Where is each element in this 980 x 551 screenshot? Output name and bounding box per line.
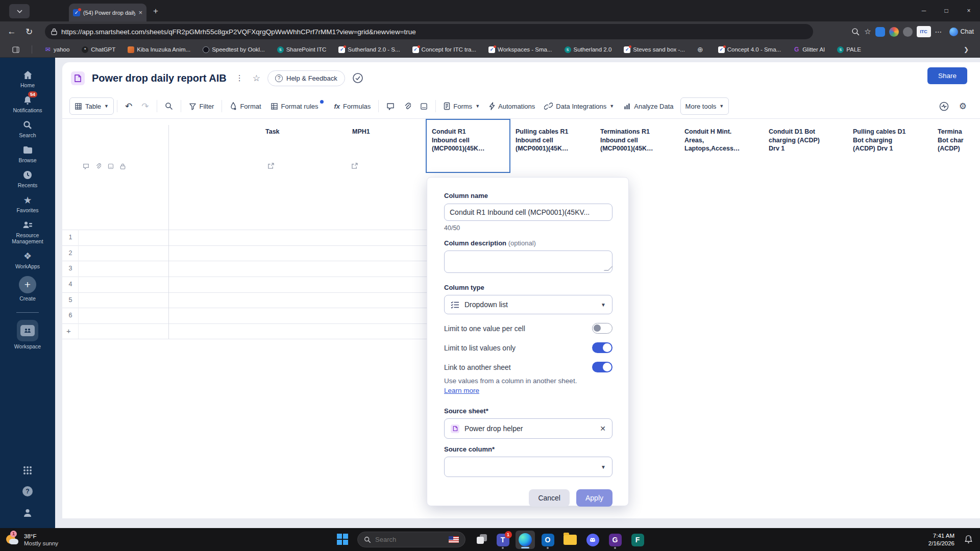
url-input[interactable] <box>61 28 807 36</box>
taskbar-app-discord[interactable] <box>583 531 602 549</box>
refresh-button[interactable]: ↻ <box>20 27 38 37</box>
column-name-input[interactable] <box>444 204 612 221</box>
bookmark-steves-sandbox[interactable]: ✓Steves sand box -... <box>624 46 685 53</box>
view-selector[interactable]: Table▼ <box>69 97 114 115</box>
proofs-button[interactable] <box>415 103 432 110</box>
source-sheet-input[interactable]: Power drop helper ✕ <box>444 418 612 439</box>
taskbar-app-forms[interactable]: F <box>628 531 647 549</box>
column-header-pulling-r1[interactable]: Pulling cables R1Inbound cell(MCP0001)(4… <box>516 128 596 153</box>
row-number[interactable]: 4 <box>62 281 79 288</box>
back-button[interactable]: ← <box>3 27 20 37</box>
zoom-icon[interactable] <box>851 28 860 36</box>
column-header-terminations-r1[interactable]: Terminations R1Inbound cell(MCP0001)(45K… <box>600 128 681 153</box>
column-description-input[interactable] <box>444 251 612 273</box>
close-button[interactable]: × <box>958 0 980 21</box>
column-type-select[interactable]: Dropdown list ▼ <box>444 295 612 314</box>
more-tools-button[interactable]: More tools▼ <box>680 97 729 115</box>
side-panel-icon[interactable] <box>12 46 19 53</box>
bookmark-concept-itc[interactable]: ✓Concept for ITC tra... <box>412 46 476 53</box>
row-number[interactable]: 6 <box>62 312 79 319</box>
weather-widget[interactable]: 1 38°F Mostly sunny <box>0 533 58 547</box>
bookmark-glitter-ai[interactable]: GGlitter AI <box>793 46 825 53</box>
column-header-task[interactable]: Task <box>265 128 346 136</box>
account-icon[interactable] <box>22 508 33 518</box>
taskbar-clock[interactable]: 7:41 AM 2/16/2026 <box>928 532 954 547</box>
notification-bell-icon[interactable]: z <box>964 535 973 546</box>
column-header-mph1[interactable]: MPH1 <box>352 128 433 136</box>
automations-button[interactable]: Automations <box>484 102 540 110</box>
formulas-button[interactable]: fx Formulas <box>330 103 376 110</box>
sidebar-item-create[interactable]: + Create <box>0 276 55 302</box>
bookmarks-overflow-icon[interactable]: ❯ <box>964 46 969 53</box>
taskbar-app-teams[interactable]: T1 <box>493 531 512 549</box>
extension-icon[interactable] <box>903 27 913 37</box>
resize-handle[interactable] <box>604 266 613 271</box>
redo-button[interactable]: ↷ <box>137 101 153 112</box>
maximize-button[interactable]: □ <box>935 0 958 21</box>
link-another-sheet-toggle[interactable] <box>592 362 612 372</box>
row-number[interactable]: 3 <box>62 265 79 272</box>
comment-column-icon[interactable] <box>83 162 89 171</box>
start-button[interactable] <box>337 534 348 545</box>
browser-tab[interactable]: ✓ (54) Power drop daily report AIB × <box>69 4 146 21</box>
taskbar-app-edge[interactable] <box>516 531 535 549</box>
sidebar-item-notifications[interactable]: 54 Notifications <box>0 95 55 113</box>
tab-list-button[interactable] <box>9 4 30 18</box>
cancel-button[interactable]: Cancel <box>529 489 570 507</box>
sidebar-item-search[interactable]: Search <box>0 120 55 138</box>
help-icon[interactable]: ? <box>22 486 33 496</box>
sidebar-item-workapps[interactable]: ❖ WorkApps <box>0 251 55 269</box>
minimize-button[interactable]: ─ <box>913 0 935 21</box>
share-button[interactable]: Share <box>927 67 967 84</box>
sidebar-item-home[interactable]: Home <box>0 70 55 88</box>
profile-icon[interactable]: ITC <box>917 26 931 37</box>
browser-menu-icon[interactable]: ⋯ <box>935 28 942 36</box>
bookmark-concept4[interactable]: ✓Concept 4.0 - Sma... <box>718 46 781 53</box>
analyze-data-button[interactable]: Analyze Data <box>619 103 678 110</box>
sidebar-item-workspace[interactable]: Workspace <box>0 320 55 349</box>
column-header-conduit-r1[interactable]: Conduit R1Inbound cell(MCP0001)(45K… <box>432 128 512 153</box>
bookmark-speedtest[interactable]: Speedtest by Ookl... <box>203 46 265 53</box>
add-row-button[interactable]: + <box>66 327 71 335</box>
new-tab-button[interactable]: + <box>153 6 158 16</box>
bookmark-sharepoint[interactable]: sSharePoint ITC <box>277 46 327 53</box>
activity-log-icon[interactable] <box>939 102 949 111</box>
tab-close-icon[interactable]: × <box>138 9 142 16</box>
attachments-button[interactable] <box>399 102 415 110</box>
forms-button[interactable]: Forms▼ <box>439 102 484 110</box>
taskbar-search-input[interactable] <box>375 536 431 543</box>
limit-one-value-toggle[interactable] <box>592 323 612 334</box>
bookmark-sutherland2-s[interactable]: ✓Sutherland 2.0 - S... <box>338 46 400 53</box>
row-number[interactable]: 2 <box>62 249 79 257</box>
favorite-star-icon[interactable]: ☆ <box>253 73 260 84</box>
favorites-star-icon[interactable]: ☆ <box>864 27 871 36</box>
data-integrations-button[interactable]: Data Integrations▼ <box>540 103 619 110</box>
undo-button[interactable]: ↶ <box>120 101 137 112</box>
bookmark-sutherland2[interactable]: sSutherland 2.0 <box>565 46 612 53</box>
task-view-button[interactable] <box>477 534 488 544</box>
bookmark-kiba[interactable]: Kiba Inuzuka Anim... <box>128 46 190 53</box>
column-header-pulling-d1[interactable]: Pulling cables D1Bot charging(ACDP) Drv … <box>853 128 934 153</box>
attachment-column-icon[interactable] <box>95 162 101 171</box>
taskbar-search[interactable] <box>357 532 465 547</box>
comments-button[interactable] <box>382 103 399 110</box>
clear-icon[interactable]: ✕ <box>600 424 606 433</box>
taskbar-app-glitter[interactable]: G <box>605 531 625 549</box>
sidebar-item-resource-management[interactable]: Resource Management <box>0 220 55 244</box>
chat-button[interactable]: Chat <box>946 28 977 36</box>
format-button[interactable]: Format <box>225 102 265 110</box>
source-column-select[interactable]: ▼ <box>444 457 612 477</box>
taskbar-app-outlook[interactable]: O <box>538 531 557 549</box>
taskbar-app-explorer[interactable] <box>560 531 580 549</box>
address-bar[interactable] <box>45 24 813 39</box>
format-rules-button[interactable]: Format rules <box>266 103 330 110</box>
row-number[interactable]: 5 <box>62 296 79 304</box>
sheet-menu-icon[interactable]: ⋮ <box>234 73 246 83</box>
column-header-terminations-d1[interactable]: TerminaBot char(ACDP) <box>938 128 980 153</box>
learn-more-link[interactable]: Learn more <box>444 387 479 394</box>
settings-gear-icon[interactable]: ⚙ <box>959 101 967 112</box>
column-header-conduit-h[interactable]: Conduit H Mint.Areas,Laptops,Access… <box>684 128 765 153</box>
limit-list-values-toggle[interactable] <box>592 342 612 353</box>
search-button[interactable] <box>160 102 178 110</box>
extension-icon[interactable] <box>889 27 899 37</box>
